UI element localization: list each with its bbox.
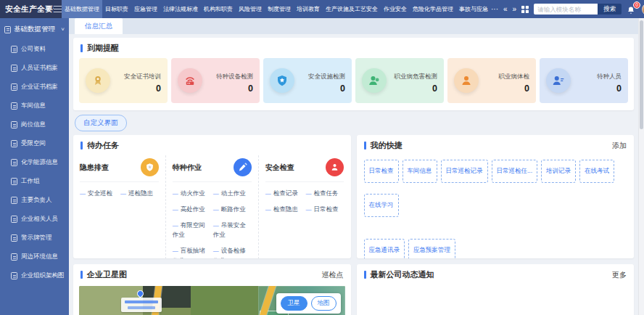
top-bar: 安全生产全要素 基础数据管理 目标职责 应急管理 法律法规标准 机构和职责 风险… bbox=[0, 0, 644, 18]
sidebar-item-chemical-energy[interactable]: 化学能源信息 bbox=[0, 153, 69, 172]
more-news-link[interactable]: 更多 bbox=[612, 270, 627, 280]
sidebar-item-warning-sign[interactable]: 警示牌管理 bbox=[0, 229, 69, 248]
doc-icon bbox=[11, 102, 17, 110]
todo-link[interactable]: 吊装安全作业 bbox=[213, 221, 252, 240]
main-area: 信息汇总 到期提醒 安全证书培训0 bbox=[69, 18, 644, 315]
customize-ui-button[interactable]: 自定义界面 bbox=[75, 115, 127, 131]
sidebar-root-basic-data[interactable]: 基础数据管理 ˅ bbox=[0, 18, 69, 40]
shortcut-patrol-task[interactable]: 日常巡检任... bbox=[492, 160, 538, 183]
shield-icon bbox=[141, 158, 159, 176]
nav-item-basic-data[interactable]: 基础数据管理 bbox=[62, 0, 102, 18]
sidebar-item-confined-space[interactable]: 受限空间 bbox=[0, 134, 69, 153]
search-button[interactable]: 搜索 bbox=[598, 4, 622, 15]
sidebar-item-related-person[interactable]: 企业相关人员 bbox=[0, 210, 69, 229]
shortcut-training-record[interactable]: 培训记录 bbox=[541, 160, 576, 183]
apps-grid-icon[interactable] bbox=[521, 6, 529, 13]
doc-icon bbox=[11, 65, 17, 72]
add-shortcut-link[interactable]: 添加 bbox=[612, 141, 627, 151]
card-safety-facility-check[interactable]: 安全设施检测0 bbox=[263, 58, 352, 103]
shortcut-online-study[interactable]: 在线学习 bbox=[364, 194, 399, 217]
sidebar-item-workshop[interactable]: 车间信息 bbox=[0, 97, 69, 115]
shortcut-emergency-plan[interactable]: 应急预案管理 bbox=[408, 239, 455, 258]
nav-item-work-safety[interactable]: 作业安全 bbox=[381, 0, 410, 18]
card-label: 安全设施检测 bbox=[308, 73, 345, 80]
todo-link[interactable]: 盲板抽堵作业 bbox=[173, 246, 211, 258]
todo-link[interactable]: 日常检查 bbox=[306, 205, 344, 215]
shield-icon bbox=[270, 68, 294, 93]
card-value: 0 bbox=[395, 83, 438, 94]
reminder-cards: 安全证书培训0 特种设备检测0 安全设施检测0 bbox=[73, 58, 634, 110]
nav-item-emergency[interactable]: 应急管理 bbox=[131, 0, 160, 18]
todo-link[interactable]: 检查记录 bbox=[265, 189, 304, 199]
todo-group-hazard-inspection: 隐患排查 安全巡检 巡检隐患 bbox=[73, 155, 165, 258]
todo-link[interactable]: 巡检隐患 bbox=[120, 189, 159, 199]
doc-icon bbox=[11, 159, 17, 166]
todo-link[interactable]: 检查隐患 bbox=[265, 205, 304, 215]
panel-company-news: 最新公司动态通知更多 @ITPUB博客 bbox=[357, 264, 635, 315]
todo-link[interactable]: 安全巡检 bbox=[80, 189, 118, 199]
todo-link[interactable]: 有限空间作业 bbox=[173, 221, 211, 240]
tab-info-summary[interactable]: 信息汇总 bbox=[75, 18, 123, 34]
card-special-personnel[interactable]: 特种人员0 bbox=[540, 58, 628, 103]
tab-strip: 信息汇总 bbox=[69, 18, 644, 34]
more-menu-icon[interactable]: ··· bbox=[491, 6, 498, 13]
card-label: 特种人员 bbox=[597, 73, 622, 80]
vertical-scrollbar[interactable] bbox=[638, 18, 644, 315]
scroll-left-icon[interactable]: « bbox=[503, 6, 508, 13]
bottom-row: 企业卫星图巡检点 bbox=[73, 264, 634, 315]
doc-icon bbox=[11, 178, 17, 185]
todo-link[interactable]: 动火作业 bbox=[173, 189, 211, 199]
sidebar-item-org-chart[interactable]: 企业组织架构图 bbox=[0, 266, 69, 285]
card-occupational-hazard-check[interactable]: 职业病危害检测0 bbox=[355, 58, 444, 103]
person-check-icon bbox=[362, 68, 387, 93]
module-search-input[interactable] bbox=[534, 4, 598, 15]
scrollbar-thumb[interactable] bbox=[640, 20, 643, 129]
nav-item-goal-duty[interactable]: 目标职责 bbox=[102, 0, 131, 18]
nav-item-laws[interactable]: 法律法规标准 bbox=[160, 0, 201, 18]
chevron-down-icon: ˅ bbox=[61, 26, 65, 33]
scroll-right-icon[interactable]: » bbox=[513, 6, 517, 13]
shortcut-buttons: 日常检查 车间信息 日常巡检记录 日常巡检任... 培训记录 在线考试 在线学习… bbox=[357, 155, 635, 258]
todo-link[interactable]: 高处作业 bbox=[173, 205, 211, 215]
shortcut-online-exam[interactable]: 在线考试 bbox=[579, 160, 614, 183]
doc-icon bbox=[11, 140, 17, 147]
sidebar-item-company-cert[interactable]: 企业证书档案 bbox=[0, 78, 69, 97]
patrol-points-link[interactable]: 巡检点 bbox=[322, 270, 344, 280]
card-safety-cert-training[interactable]: 安全证书培训0 bbox=[79, 58, 168, 103]
person-icon bbox=[326, 158, 344, 176]
medal-icon bbox=[86, 68, 110, 93]
satellite-layer-button[interactable]: 卫星 bbox=[281, 296, 307, 311]
sidebar-item-workgroup[interactable]: 工作组 bbox=[0, 172, 69, 191]
nav-item-risk[interactable]: 风险管理 bbox=[236, 0, 265, 18]
panel-title: 到期提醒 bbox=[73, 38, 634, 58]
map-layer-button[interactable]: 地图 bbox=[311, 296, 337, 311]
card-occupational-physical-exam[interactable]: 职业病体检0 bbox=[447, 58, 536, 103]
notification-bell-icon[interactable]: 0 bbox=[627, 4, 637, 15]
sidebar-item-post-info[interactable]: 岗位信息 bbox=[0, 115, 69, 134]
hamburger-menu-icon[interactable] bbox=[54, 0, 62, 18]
panel-title: 企业卫星图 bbox=[87, 269, 127, 280]
panel-title: 我的快捷 bbox=[371, 140, 402, 151]
nav-item-training[interactable]: 培训教育 bbox=[294, 0, 323, 18]
nav-item-facility-safety[interactable]: 生产设施及工艺安全 bbox=[323, 0, 381, 18]
todo-link[interactable]: 动土作业 bbox=[213, 189, 252, 199]
shortcut-patrol-record[interactable]: 日常巡检记录 bbox=[441, 160, 488, 183]
sidebar-item-person-cert[interactable]: 人员证书档案 bbox=[0, 59, 69, 78]
todo-link[interactable]: 设备检修作业 bbox=[213, 246, 252, 258]
todo-columns: 隐患排查 安全巡检 巡检隐患 bbox=[73, 155, 351, 258]
satellite-map[interactable]: 卫星 地图 bbox=[79, 286, 345, 315]
nav-item-chemicals[interactable]: 危险化学品管理 bbox=[410, 0, 456, 18]
shortcut-daily-check[interactable]: 日常检查 bbox=[364, 160, 399, 183]
todo-link[interactable]: 断路作业 bbox=[213, 205, 252, 215]
shortcut-workshop-info[interactable]: 车间信息 bbox=[402, 160, 437, 183]
todo-group-name: 特种作业 bbox=[173, 163, 202, 173]
nav-item-rules[interactable]: 制度管理 bbox=[265, 0, 294, 18]
sidebar-item-surrounding-env[interactable]: 周边环境信息 bbox=[0, 248, 69, 266]
sidebar-item-company-info[interactable]: 公司资料 bbox=[0, 40, 69, 59]
nav-item-org-duty[interactable]: 机构和职责 bbox=[201, 0, 236, 18]
shortcut-emergency-contacts[interactable]: 应急通讯录 bbox=[364, 239, 405, 258]
card-special-equipment-check[interactable]: 特种设备检测0 bbox=[171, 58, 260, 103]
todo-link[interactable]: 检查任务 bbox=[306, 189, 344, 199]
nav-item-accident[interactable]: 事故与应急 bbox=[456, 0, 491, 18]
sidebar-item-main-principal[interactable]: 主要负责人 bbox=[0, 191, 69, 210]
